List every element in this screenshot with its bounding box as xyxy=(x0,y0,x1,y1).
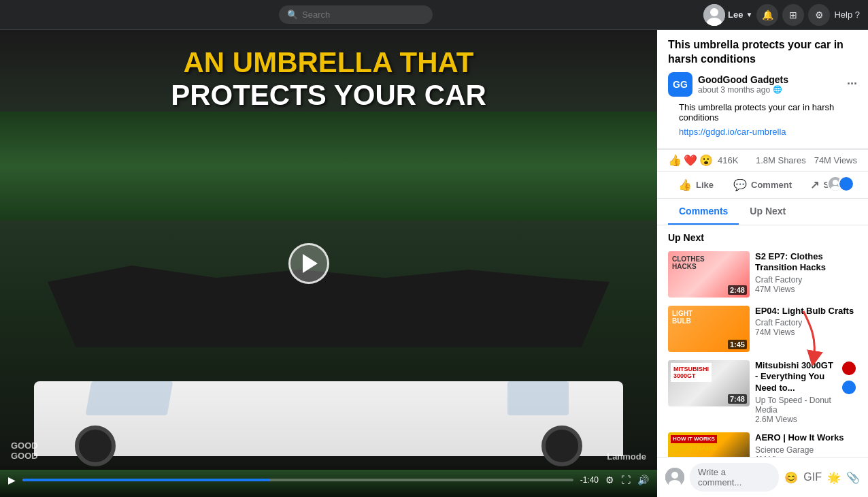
user-name-label: Lee xyxy=(728,10,743,20)
post-description: This umbrella protects your car in harsh… xyxy=(668,97,857,125)
help-button[interactable]: Help ? xyxy=(834,10,860,20)
video-item-title: Mitsubishi 3000GT - Everything You Need … xyxy=(755,360,835,395)
video-title-line2: PROTECTS YOUR CAR xyxy=(16,79,641,112)
video-source: Craft Factory xyxy=(755,318,857,327)
video-duration: 7:48 xyxy=(728,394,747,404)
watermark-left: GOOD GOOD xyxy=(11,440,38,462)
tabs-bar: Comments Up Next xyxy=(657,199,868,225)
car-wheel-left xyxy=(75,426,116,466)
sticker-icon[interactable]: 🌟 xyxy=(827,471,841,484)
like-emoji: 👍 xyxy=(668,154,682,167)
action-buttons: 👍 Like 💬 Comment ↗ Share xyxy=(657,172,868,199)
recent-user-avatars xyxy=(827,176,854,192)
sidebar-title: This umbrella protects your car in harsh… xyxy=(668,38,857,67)
svg-point-6 xyxy=(839,177,853,191)
play-button[interactable] xyxy=(288,243,329,284)
trees-background xyxy=(0,112,657,221)
list-item[interactable]: HOW IT WORKS AERODYNAMIC 9:54 AERO | How… xyxy=(657,428,868,457)
love-emoji: ❤️ xyxy=(684,154,697,167)
svg-point-4 xyxy=(833,180,838,185)
car-umbrella-scene xyxy=(14,252,644,456)
attachment-icon[interactable]: 📎 xyxy=(846,471,860,484)
settings-video-button[interactable]: ⚙ xyxy=(605,475,614,485)
progress-bar[interactable] xyxy=(22,479,573,481)
title-highlight: UMBRELLA xyxy=(233,46,392,78)
car-window-rear xyxy=(507,381,569,415)
svg-point-7 xyxy=(842,362,856,375)
play-icon xyxy=(303,254,318,273)
car-body xyxy=(34,381,623,456)
video-thumbnail: HOW IT WORKS AERODYNAMIC 9:54 xyxy=(668,432,750,457)
tab-comments[interactable]: Comments xyxy=(668,199,739,225)
page-info: GoodGood Gadgets about 3 months ago 🌐 xyxy=(698,74,841,95)
comment-bar: Write a comment... 😊 GIF 🌟 📎 xyxy=(657,457,868,497)
list-item[interactable]: MITSUBISHI3000GT 7:48 Mitsubishi 3000GT … xyxy=(657,356,868,429)
reaction-icons: 👍 ❤️ 😮 416K xyxy=(668,154,738,167)
video-item-title: S2 EP7: Clothes Transition Hacks xyxy=(755,251,857,274)
notifications-button[interactable]: 🔔 xyxy=(756,4,778,26)
like-button[interactable]: 👍 Like xyxy=(663,174,729,195)
video-area: AN UMBRELLA THAT PROTECTS YOUR CAR xyxy=(0,30,657,497)
progress-fill xyxy=(22,479,270,481)
time-display: -1:40 xyxy=(580,475,599,485)
post-link[interactable]: https://gdgd.io/car-umbrella xyxy=(668,125,857,143)
video-info: S2 EP7: Clothes Transition Hacks Craft F… xyxy=(755,251,857,295)
channel-avatar-2 xyxy=(841,379,857,396)
nav-user[interactable]: Lee ▼ xyxy=(703,4,752,26)
sidebar: This umbrella protects your car in harsh… xyxy=(657,30,868,497)
video-source: Up To Speed - Donut Media xyxy=(755,396,835,415)
fullscreen-button[interactable]: ⛶ xyxy=(621,475,631,485)
comment-icon: 💬 xyxy=(733,178,747,191)
post-meta: GG GoodGood Gadgets about 3 months ago 🌐… xyxy=(668,72,857,97)
settings-button[interactable]: ⚙ xyxy=(808,4,830,26)
sidebar-videos[interactable]: CLOTHESHACKS 2:48 S2 EP7: Clothes Transi… xyxy=(657,247,868,457)
watermark-right: Lanmode xyxy=(607,451,646,462)
emoji-icon[interactable]: 😊 xyxy=(784,471,798,484)
commenter-avatar xyxy=(665,468,684,487)
svg-point-1 xyxy=(710,8,718,16)
views-count: 74M Views xyxy=(814,155,857,165)
video-info: Mitsubishi 3000GT - Everything You Need … xyxy=(755,360,835,425)
search-input[interactable] xyxy=(302,10,424,20)
post-link-url[interactable]: https://gdgd.io/car-umbrella xyxy=(679,127,786,137)
video-views: 74M Views xyxy=(755,327,857,337)
comment-label: Comment xyxy=(751,180,792,190)
video-scene xyxy=(0,112,657,497)
volume-button[interactable]: 🔊 xyxy=(637,475,649,485)
gif-icon[interactable]: GIF xyxy=(803,471,822,484)
video-source: Science Garage xyxy=(755,445,857,455)
page-name[interactable]: GoodGood Gadgets xyxy=(698,74,841,85)
list-item[interactable]: LIGHTBULB 1:45 EP04: Light Bulb Crafts C… xyxy=(657,302,868,356)
video-content: AN UMBRELLA THAT PROTECTS YOUR CAR xyxy=(0,30,657,497)
comment-icons: 😊 GIF 🌟 📎 xyxy=(784,471,860,484)
video-controls: ▶ -1:40 ⚙ ⛶ 🔊 xyxy=(0,463,657,497)
tab-up-next[interactable]: Up Next xyxy=(739,199,797,225)
video-thumbnail: CLOTHESHACKS 2:48 xyxy=(668,251,750,298)
page-avatar: GG xyxy=(668,72,692,97)
shares-views: 1.8M Shares 74M Views xyxy=(756,155,857,165)
more-options-button[interactable]: ··· xyxy=(847,77,857,91)
title-rest: THAT xyxy=(392,46,474,78)
share-icon: ↗ xyxy=(810,178,819,191)
video-thumbnail: MITSUBISHI3000GT 7:48 xyxy=(668,360,750,406)
like-icon: 👍 xyxy=(678,178,692,191)
reaction-count: 416K xyxy=(718,155,738,165)
umbrella-shape xyxy=(48,266,610,347)
user-avatar-2 xyxy=(838,176,854,192)
video-duration: 2:48 xyxy=(728,285,747,295)
search-bar[interactable]: 🔍 xyxy=(279,5,433,24)
up-next-section-label: Up Next xyxy=(657,225,868,247)
wow-emoji: 😮 xyxy=(699,154,713,167)
video-source: Craft Factory xyxy=(755,275,857,285)
play-pause-button[interactable]: ▶ xyxy=(8,475,16,485)
car-windshield xyxy=(86,381,173,415)
post-time: about 3 months ago 🌐 xyxy=(698,85,841,95)
video-thumbnail: LIGHTBULB 1:45 xyxy=(668,306,750,352)
menu-button[interactable]: ⊞ xyxy=(782,4,804,26)
svg-point-8 xyxy=(842,381,856,394)
video-views: 2.6M Views xyxy=(755,415,835,424)
list-item[interactable]: CLOTHESHACKS 2:48 S2 EP7: Clothes Transi… xyxy=(657,247,868,302)
comment-button[interactable]: 💬 Comment xyxy=(729,174,796,195)
comment-input[interactable]: Write a comment... xyxy=(690,463,779,492)
top-navigation: 🔍 Lee ▼ 🔔 ⊞ ⚙ Help ? xyxy=(0,0,868,30)
